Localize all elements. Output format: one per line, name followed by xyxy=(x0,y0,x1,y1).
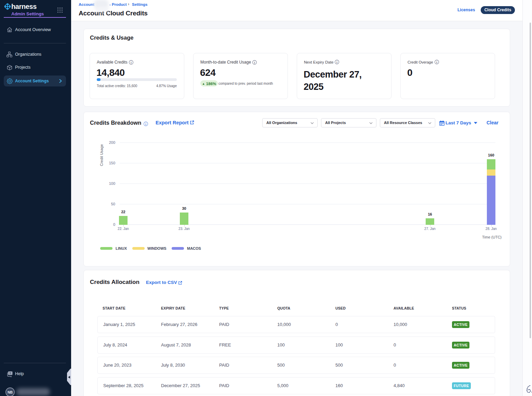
svg-text:i: i xyxy=(436,60,437,64)
svg-text:?: ? xyxy=(9,372,11,375)
svg-text:i: i xyxy=(131,60,132,64)
svg-text:i: i xyxy=(254,60,255,64)
svg-text:i: i xyxy=(337,60,338,64)
svg-text:i: i xyxy=(145,122,146,126)
